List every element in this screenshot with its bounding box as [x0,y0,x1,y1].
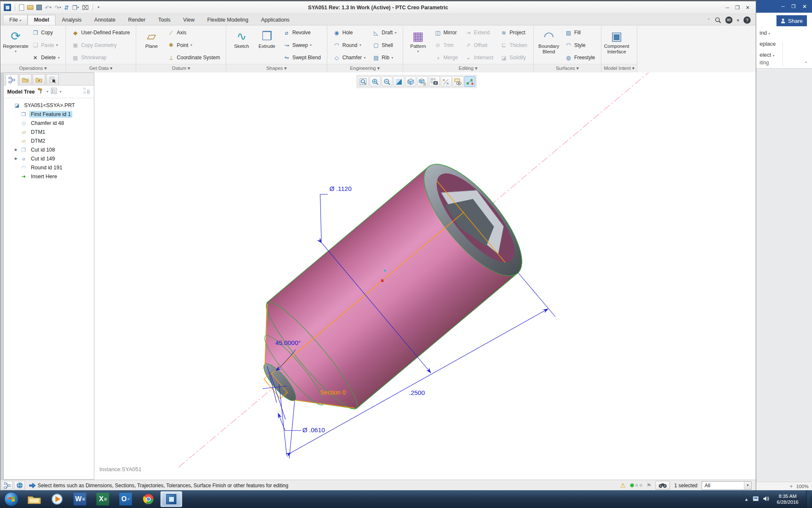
copy-button[interactable]: ❐Copy [29,27,63,38]
point-marker[interactable] [384,269,386,271]
tab-folder-browser[interactable] [19,74,32,85]
model-canvas[interactable] [94,72,756,480]
taskbar-explorer-icon[interactable] [23,491,45,507]
saved-views-button[interactable] [429,76,440,87]
chevron-down-icon[interactable]: ▼ [744,482,751,489]
tree-item-first-feature-id-1[interactable]: ❒First Feature id 1 [5,110,93,119]
help-icon[interactable]: ? [743,17,751,24]
group-label-editing[interactable]: Editing ▾ [403,64,533,72]
point-button[interactable]: ✱Point▾ [165,40,223,51]
section-label[interactable]: Section 0 [320,389,346,396]
tab-favorites[interactable]: ✦ [33,74,45,85]
tab-history[interactable] [46,74,59,85]
plane-button[interactable]: ▱Plane [139,27,164,64]
word-restore-button[interactable]: ❐ [791,4,796,9]
undo-button[interactable]: ↶▾ [45,4,52,11]
delete-button[interactable]: ✕Delete▾ [29,52,63,63]
group-label-shapes[interactable]: Shapes ▾ [226,64,326,72]
warning-icon[interactable]: ⚠ [620,482,625,489]
taskbar-outlook-icon[interactable]: O✓ [115,491,137,507]
zoom-region-button[interactable] [358,76,369,87]
coordinate-system-button[interactable]: ⊥Coordinate System [165,52,223,63]
taskbar-chrome-icon[interactable] [137,491,159,507]
toggle-navigator-icon[interactable] [2,481,13,490]
zoom-in-button[interactable] [370,76,381,87]
find-button[interactable] [656,481,670,490]
close-window-button[interactable]: ⌧ [82,4,89,11]
tree-item-cut-id-108[interactable]: ▶❒Cut id 108 [5,145,93,154]
mirror-button[interactable]: ◫Mirror [431,27,461,38]
replace-menu-item[interactable]: eplace [760,41,776,47]
start-button[interactable] [0,491,22,507]
tab-tools[interactable]: Tools [152,15,177,25]
project-button[interactable]: ≋Project [497,27,530,38]
tree-item-sya051-ssya-prt[interactable]: ◪SYA051<SSYA>.PRT [5,101,93,110]
fill-button[interactable]: ▨Fill [562,27,598,38]
tray-app-icon[interactable] [753,496,759,503]
word-close-button[interactable]: ✕ [802,3,807,10]
group-label-datum[interactable]: Datum ▾ [136,64,226,72]
extrude-button[interactable]: ❒Extrude [255,27,279,64]
notifications-icon[interactable]: ✉ [725,17,732,24]
customize-qat-button[interactable]: ▼ [97,4,100,11]
taskbar-media-player-icon[interactable] [46,491,68,507]
taskbar-excel-icon[interactable]: X≣ [92,491,114,507]
tree-item-insert-here[interactable]: ➜Insert Here [5,172,93,181]
tree-item-chamfer-id-48[interactable]: ◇Chamfer id 48 [5,119,93,127]
tree-filters-icon[interactable] [37,88,44,96]
tab-file[interactable]: File▾ [3,15,27,25]
zoom-in-icon[interactable]: + [790,483,793,489]
redo-button[interactable]: ↷▾ [55,4,61,11]
screw-body[interactable] [230,150,538,440]
annotation-display-button[interactable] [453,76,464,87]
rib-button[interactable]: ▤Rib▾ [370,52,400,63]
group-label-engineering[interactable]: Engineering ▾ [327,64,403,72]
toggle-browser-icon[interactable] [14,481,25,490]
component-interface-button[interactable]: ▣Component Interface [604,27,629,64]
sketch-button[interactable]: ∿Sketch [229,27,254,64]
setscrew-solid[interactable] [228,150,538,442]
select-menu-item[interactable]: elect ▾ [760,52,774,58]
tree-item-cut-id-149[interactable]: ▶⌀Cut id 149 [5,154,93,163]
graphics-viewport[interactable]: ✕✕ [94,72,756,480]
open-file-button[interactable] [27,4,33,11]
creo-app-icon[interactable] [4,4,11,11]
boundary-blend-button[interactable]: ◠Boundary Blend [537,27,561,64]
pattern-button[interactable]: ▦Pattern▾ [406,27,431,64]
axis-button[interactable]: ⁄Axis [165,27,223,38]
repaint-button[interactable] [393,76,404,87]
view-manager-button[interactable] [417,76,428,87]
word-zoom-level[interactable]: 100% [796,484,809,489]
draft-button[interactable]: ◺Draft▾ [370,27,400,38]
share-button[interactable]: Share [776,15,807,26]
tree-item-dtm2[interactable]: ▱DTM2 [5,136,93,145]
taskbar-word-icon[interactable]: W≣ [69,491,91,507]
tree-item-round-id-191[interactable]: ◠Round id 191 [5,163,93,172]
revolve-button[interactable]: ⌀Revolve [280,27,324,38]
notifications-caret-icon[interactable]: ▾ [737,17,739,23]
tab-annotate[interactable]: Annotate [88,15,122,25]
dimension-diameter-tip[interactable]: Ø .0610 [302,426,325,433]
tree-show-icon[interactable] [83,88,91,96]
taskbar-clock[interactable]: 8:35 AM 6/28/2016 [774,493,802,505]
spin-center-button[interactable] [464,76,475,87]
style-button[interactable]: ◠Style [562,40,598,51]
dimension-length[interactable]: .2500 [409,389,425,396]
tab-analysis[interactable]: Analysis [55,15,88,25]
tree-columns-icon[interactable] [51,88,57,96]
tray-expand-icon[interactable]: ▲ [744,497,749,502]
dimension-angle[interactable]: 45.0000° [275,339,301,346]
find-menu-item[interactable]: ind ▾ [760,30,770,36]
user-defined-feature-button[interactable]: ◆User-Defined Feature [69,27,133,38]
swept-blend-button[interactable]: ↬Swept Blend [280,52,324,63]
datum-display-button[interactable]: ✕✕ [441,76,452,87]
tab-model[interactable]: Model [27,15,55,25]
close-button[interactable]: ✕ [746,5,750,11]
group-label-model-intent[interactable]: Model Intent ▾ [601,64,637,72]
tab-model-tree[interactable] [5,74,18,86]
flag-icon[interactable]: ⚑ [647,482,652,489]
regenerate-button[interactable]: ⟳Regenerate▾ [3,27,28,64]
volume-icon[interactable] [763,496,769,503]
csys-marker[interactable] [381,279,384,282]
group-label-get-data[interactable]: Get Data ▾ [66,64,136,72]
